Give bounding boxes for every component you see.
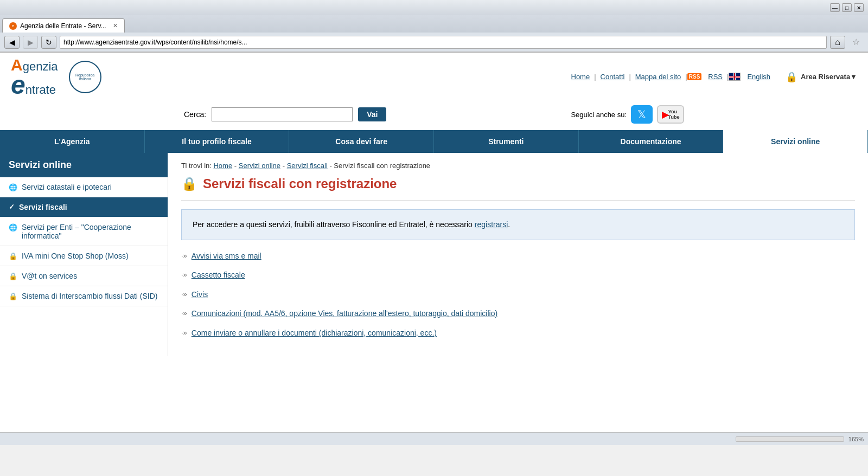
lock-icon: 🔒 — [786, 71, 797, 83]
nav-cosa-devi-fare[interactable]: Cosa devi fare — [289, 130, 434, 153]
list-item: Avvisi via sms e mail — [181, 251, 855, 262]
status-bar: 165% — [0, 432, 868, 445]
sidebar-item-sid[interactable]: 🔒 Sistema di Interscambio flussi Dati (S… — [0, 286, 168, 306]
sidebar: Servizi online 🌐 Servizi catastali e ipo… — [0, 153, 168, 356]
nav-lagenzia[interactable]: L'Agenzia — [0, 130, 145, 153]
nav-mappa-link[interactable]: Mappa del sito — [631, 73, 686, 81]
sidebar-item-vat-services[interactable]: 🔒 V@t on services — [0, 266, 168, 286]
breadcrumb-current: Servizi fiscali con registrazione — [334, 162, 430, 170]
search-button[interactable]: Vai — [358, 107, 386, 121]
window-close-button[interactable]: ✕ — [854, 3, 864, 12]
window-maximize-button[interactable]: □ — [842, 3, 852, 12]
home-button[interactable]: ⌂ — [830, 36, 845, 49]
nav-servizi-online[interactable]: Servizi online — [723, 130, 868, 153]
nav-strumenti[interactable]: Strumenti — [434, 130, 579, 153]
breadcrumb-home[interactable]: Home — [213, 162, 232, 170]
lock-icon-3: 🔒 — [9, 272, 17, 280]
republic-seal: RepubblicaItaliana — [69, 61, 101, 93]
service-list: Avvisi via sms e mail Cassetto fiscale C… — [181, 251, 855, 339]
main-navigation: L'Agenzia Il tuo profilo fiscale Cosa de… — [0, 130, 868, 153]
tab-close-button[interactable]: ✕ — [113, 22, 118, 29]
comunicazioni-link[interactable]: Comunicazioni (mod. AA5/6, opzione Vies,… — [192, 308, 497, 319]
favorites-button[interactable]: ☆ — [848, 36, 864, 49]
main-content: Ti trovi in: Home - Servizi online - Ser… — [168, 153, 868, 356]
nav-home-link[interactable]: Home — [567, 73, 595, 81]
horizontal-scrollbar[interactable] — [736, 436, 844, 442]
tab-favicon: e — [9, 22, 17, 30]
check-icon: ✓ — [9, 203, 15, 211]
uk-flag-icon — [729, 73, 741, 81]
search-input[interactable] — [212, 107, 353, 121]
page-title: Servizi fiscali con registrazione — [203, 176, 397, 191]
info-text-2: . — [508, 220, 510, 229]
globe-icon-2: 🌐 — [9, 223, 17, 231]
zoom-level: 165% — [848, 436, 864, 442]
globe-icon: 🌐 — [9, 183, 17, 191]
rss-icon: RSS — [687, 73, 702, 80]
nav-english-link[interactable]: English — [743, 73, 775, 81]
twitter-button[interactable]: 𝕏 — [631, 105, 653, 124]
list-item: Comunicazioni (mod. AA5/6, opzione Vies,… — [181, 308, 855, 319]
list-item: Civis — [181, 290, 855, 300]
sidebar-item-catastali[interactable]: 🌐 Servizi catastali e ipotecari — [0, 177, 168, 197]
avvisi-sms-link[interactable]: Avvisi via sms e mail — [192, 251, 261, 262]
top-nav-links: Home | Contatti | Mappa del sito | RSS R… — [567, 73, 775, 81]
breadcrumb: Ti trovi in: Home - Servizi online - Ser… — [181, 162, 855, 170]
refresh-button[interactable]: ↻ — [41, 36, 56, 49]
cassetto-fiscale-link[interactable]: Cassetto fiscale — [192, 270, 245, 281]
seguici-label: Seguici anche su: — [571, 111, 627, 119]
area-riservata-button[interactable]: 🔒 Area Riservata▼ — [786, 71, 857, 83]
breadcrumb-servizi-online[interactable]: Servizi online — [239, 162, 280, 170]
nav-profilo-fiscale[interactable]: Il tuo profilo fiscale — [145, 130, 290, 153]
list-item: Cassetto fiscale — [181, 270, 855, 281]
lock-icon-2: 🔒 — [9, 252, 17, 260]
sidebar-item-fiscali[interactable]: ✓ Servizi fiscali — [0, 197, 168, 217]
list-item: Come inviare o annullare i documenti (di… — [181, 328, 855, 339]
civis-link[interactable]: Civis — [192, 290, 208, 300]
search-label: Cerca: — [184, 110, 206, 119]
sidebar-title: Servizi online — [0, 153, 168, 177]
sidebar-item-iva-moss[interactable]: 🔒 IVA mini One Stop Shop (Moss) — [0, 246, 168, 266]
breadcrumb-servizi-fiscali[interactable]: Servizi fiscali — [287, 162, 328, 170]
info-box: Per accedere a questi servizi, fruibili … — [181, 209, 855, 240]
nav-contatti-link[interactable]: Contatti — [596, 73, 629, 81]
nav-documentazione[interactable]: Documentazione — [579, 130, 724, 153]
browser-tab[interactable]: e Agenzia delle Entrate - Serv... ✕ — [2, 18, 125, 33]
site-logo[interactable]: Agenzia entrate — [11, 57, 58, 97]
sidebar-item-enti[interactable]: 🌐 Servizi per Enti – "Cooperazione infor… — [0, 217, 168, 246]
youtube-button[interactable]: ▶YouTube — [657, 105, 684, 124]
page-title-section: 🔒 Servizi fiscali con registrazione — [181, 176, 855, 191]
nav-rss-link[interactable]: RSS — [704, 73, 727, 81]
address-bar-input[interactable] — [60, 36, 827, 49]
window-minimize-button[interactable]: — — [830, 3, 840, 12]
forward-button[interactable]: ▶ — [23, 36, 38, 49]
lock-icon-4: 🔒 — [9, 292, 17, 300]
tab-title: Agenzia delle Entrate - Serv... — [20, 22, 106, 30]
info-text-1: Per accedere a questi servizi, fruibili … — [193, 220, 475, 229]
come-inviare-link[interactable]: Come inviare o annullare i documenti (di… — [192, 328, 437, 339]
registrarsi-link[interactable]: registrarsi — [475, 220, 508, 229]
back-button[interactable]: ◀ — [4, 36, 20, 49]
title-lock-icon: 🔒 — [181, 176, 197, 191]
